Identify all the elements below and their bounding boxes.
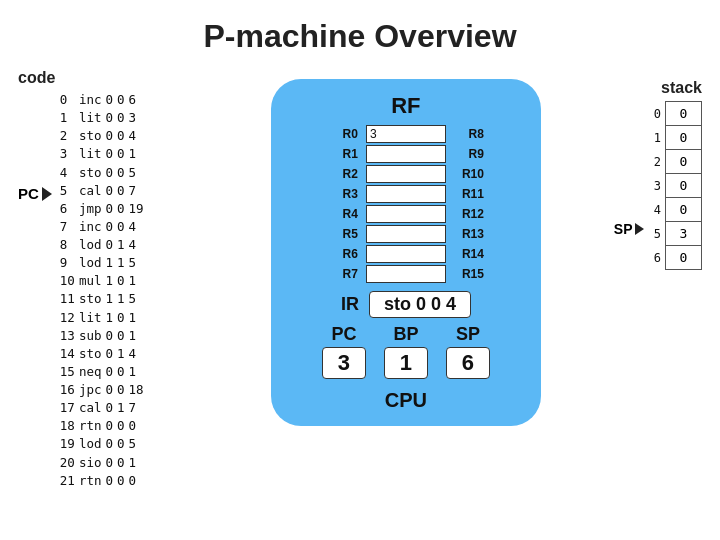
bp-reg-label: BP — [393, 324, 418, 345]
sp-reg-label: SP — [456, 324, 480, 345]
rf-left-label: R7 — [324, 265, 362, 283]
code-row: 18rtn000 — [58, 417, 146, 435]
rf-left-cell — [366, 145, 446, 163]
code-row: 2sto004 — [58, 127, 146, 145]
code-table: 0inc0061lit0032sto0043lit0014sto0055cal0… — [58, 91, 146, 490]
rf-left-label: R1 — [324, 145, 362, 163]
code-row: 6jmp0019 — [58, 200, 146, 218]
rf-right-label: R13 — [450, 225, 488, 243]
cpu-section: RF R03R8R1R9R2R10R3R11R4R12R5R13R6R14R7R… — [271, 79, 541, 426]
pc-label: PC — [18, 185, 52, 202]
sp-pointer-label: SP — [614, 221, 644, 237]
rf-left-cell — [366, 185, 446, 203]
code-row: 19lod005 — [58, 435, 146, 453]
rf-left-label: R2 — [324, 165, 362, 183]
sp-text: SP — [614, 221, 633, 237]
code-row: 4sto005 — [58, 164, 146, 182]
main-content: code PC 0inc0061lit0032sto0043lit0014sto… — [0, 69, 720, 490]
rf-right-label: R12 — [450, 205, 488, 223]
stack-row: 20 — [648, 150, 702, 174]
page-title: P-machine Overview — [0, 0, 720, 65]
sp-reg-box: SP 6 — [446, 324, 490, 379]
rf-left-label: R0 — [324, 125, 362, 143]
rf-left-label: R6 — [324, 245, 362, 263]
stack-section: stack SP 00102030405360 — [614, 79, 702, 270]
stack-row: 10 — [648, 126, 702, 150]
rf-right-label: R8 — [450, 125, 488, 143]
code-row: 3lit001 — [58, 145, 146, 163]
ir-label: IR — [341, 294, 359, 315]
code-row: 12lit101 — [58, 309, 146, 327]
rf-right-label: R11 — [450, 185, 488, 203]
code-table-wrap: PC 0inc0061lit0032sto0043lit0014sto0055c… — [18, 91, 198, 490]
rf-left-label: R4 — [324, 205, 362, 223]
rf-left-label: R5 — [324, 225, 362, 243]
code-row: 0inc006 — [58, 91, 146, 109]
ir-row: IR sto 0 0 4 — [341, 291, 471, 318]
rf-left-cell — [366, 205, 446, 223]
stack-row: 00 — [648, 102, 702, 126]
code-row: 20sio001 — [58, 454, 146, 472]
rf-grid: R03R8R1R9R2R10R3R11R4R12R5R13R6R14R7R15 — [324, 125, 488, 283]
stack-row: 40 — [648, 198, 702, 222]
bp-reg-value: 1 — [384, 347, 428, 379]
stack-row: 53 — [648, 222, 702, 246]
code-row: 8lod014 — [58, 236, 146, 254]
bp-reg-box: BP 1 — [384, 324, 428, 379]
code-row: 14sto014 — [58, 345, 146, 363]
rf-left-cell — [366, 225, 446, 243]
code-row: 21rtn000 — [58, 472, 146, 490]
sp-label-col: SP — [614, 221, 644, 237]
stack-row: 30 — [648, 174, 702, 198]
rf-left-cell — [366, 245, 446, 263]
code-section: code PC 0inc0061lit0032sto0043lit0014sto… — [18, 69, 198, 490]
code-row: 7inc004 — [58, 218, 146, 236]
pc-reg-value: 3 — [322, 347, 366, 379]
code-row: 17cal017 — [58, 399, 146, 417]
rf-left-cell: 3 — [366, 125, 446, 143]
code-row: 13sub001 — [58, 327, 146, 345]
rf-label: RF — [391, 93, 420, 119]
pc-arrow-icon — [42, 187, 52, 201]
rf-right-label: R9 — [450, 145, 488, 163]
code-row: 5cal007 — [58, 182, 146, 200]
sp-arrow-icon — [635, 223, 644, 235]
cpu-box: RF R03R8R1R9R2R10R3R11R4R12R5R13R6R14R7R… — [271, 79, 541, 426]
stack-table: 00102030405360 — [648, 101, 703, 270]
pc-bp-sp-row: PC 3 BP 1 SP 6 — [322, 324, 490, 379]
rf-right-label: R14 — [450, 245, 488, 263]
code-row: 11sto115 — [58, 290, 146, 308]
code-label: code — [18, 69, 198, 87]
ir-value: sto 0 0 4 — [369, 291, 471, 318]
rf-right-label: R15 — [450, 265, 488, 283]
code-row: 15neq001 — [58, 363, 146, 381]
stack-label: stack — [661, 79, 702, 97]
sp-reg-value: 6 — [446, 347, 490, 379]
rf-left-cell — [366, 165, 446, 183]
cpu-label: CPU — [385, 389, 427, 412]
code-row: 9lod115 — [58, 254, 146, 272]
code-row: 1lit003 — [58, 109, 146, 127]
rf-left-label: R3 — [324, 185, 362, 203]
stack-table-wrap: SP 00102030405360 — [614, 101, 702, 270]
pc-reg-box: PC 3 — [322, 324, 366, 379]
rf-right-label: R10 — [450, 165, 488, 183]
stack-row: 60 — [648, 246, 702, 270]
rf-left-cell — [366, 265, 446, 283]
pc-reg-label: PC — [331, 324, 356, 345]
code-row: 16jpc0018 — [58, 381, 146, 399]
code-row: 10mul101 — [58, 272, 146, 290]
